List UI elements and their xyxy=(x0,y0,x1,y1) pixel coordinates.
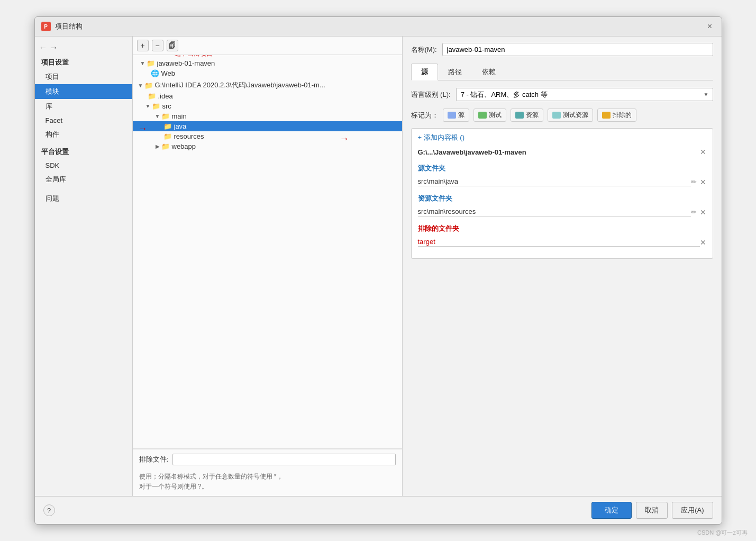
confirm-button[interactable]: 确定 xyxy=(591,502,632,519)
source-folder-heading: 源文件夹 xyxy=(418,164,706,173)
source-folder-icon xyxy=(448,112,456,119)
sidebar-item-library[interactable]: 库 xyxy=(35,99,132,114)
title-bar: P 项目结构 × xyxy=(35,17,722,37)
forward-button[interactable]: → xyxy=(50,43,58,52)
resource-folder-path-row: src\main\resources ✏ ✕ xyxy=(418,206,706,218)
resource-folder-path: src\main\resources xyxy=(418,208,691,217)
module-tree-panel: + − 🗐 ▼ 📁 javaweb-01-maven ↙ 选中当前 xyxy=(133,37,403,496)
name-label: 名称(M): xyxy=(411,45,437,55)
sidebar-item-artifact[interactable]: 构件 xyxy=(35,127,132,142)
tree-item-main[interactable]: ▼ 📁 main xyxy=(133,111,402,121)
sidebar-item-facet[interactable]: Facet xyxy=(35,114,132,127)
app-icon: P xyxy=(41,22,51,31)
resources-arrow: → xyxy=(340,133,349,145)
tree-toggle-src[interactable]: ▼ xyxy=(144,103,152,109)
footer-right: 确定 取消 应用(A) xyxy=(591,502,713,519)
lang-row: 语言级别 (L): 3 - JDK 1.35 - 枚举、自动装箱6 - @Ove… xyxy=(411,88,713,101)
lang-select[interactable]: 3 - JDK 1.35 - 枚举、自动装箱6 - @Override7 - 钻… xyxy=(456,88,713,101)
tabs-row: 源 路径 依赖 xyxy=(411,64,713,80)
module-name-input[interactable] xyxy=(442,43,713,56)
tree-item-src[interactable]: ▼ 📁 src xyxy=(133,101,402,111)
root-close-button[interactable]: ✕ xyxy=(700,148,706,156)
add-content-root-button[interactable]: + 添加内容根 () xyxy=(418,133,706,142)
resource-folder-edit-button[interactable]: ✏ xyxy=(691,208,697,216)
back-button[interactable]: ← xyxy=(39,43,48,52)
project-structure-dialog: P 项目结构 × ← → 项目设置 项目 模块 库 Facet 构件 平台设置 … xyxy=(34,16,722,525)
exclude-input[interactable] xyxy=(172,454,395,465)
mark-as-row: 标记为： 源 测试 资源 测试资源 xyxy=(411,109,713,122)
add-module-button[interactable]: + xyxy=(137,40,149,51)
tree-toggle-webapp[interactable]: ▶ xyxy=(154,143,161,149)
remove-module-button[interactable]: − xyxy=(152,40,163,51)
exclude-section: 排除文件: 使用；分隔名称模式，对于任意数量的符号使用 *， 对于一个符号则使用… xyxy=(133,448,402,496)
sidebar-item-sdk[interactable]: SDK xyxy=(35,159,132,172)
mark-excluded-button[interactable]: 排除的 xyxy=(597,109,636,122)
sidebar-item-modules[interactable]: 模块 xyxy=(35,84,132,99)
excluded-folder-delete-button[interactable]: ✕ xyxy=(700,238,706,247)
tree-root-container: ▼ 📁 javaweb-01-maven ↙ 选中当前项目 🌐 Web xyxy=(133,57,402,79)
java-folder-icon: 📁 xyxy=(163,123,172,130)
lang-select-wrapper: 3 - JDK 1.35 - 枚举、自动装箱6 - @Override7 - 钻… xyxy=(456,88,713,101)
platform-settings-heading: 平台设置 xyxy=(35,142,132,159)
tab-deps[interactable]: 依赖 xyxy=(472,64,506,80)
root-folder-icon: 📁 xyxy=(147,60,155,67)
excluded-folder-path: target xyxy=(418,238,700,247)
resources-folder-icon: 📁 xyxy=(163,133,172,140)
resource-folder-icon xyxy=(515,112,524,119)
source-folder-edit-button[interactable]: ✏ xyxy=(691,178,697,186)
source-folder-path-row: src\main\java ✏ ✕ xyxy=(418,176,706,187)
sidebar-item-global-libs[interactable]: 全局库 xyxy=(35,172,132,187)
source-folder-section: 源文件夹 src\main\java ✏ ✕ xyxy=(418,164,706,187)
footer-left: ? xyxy=(43,504,55,516)
src-folder-icon: 📁 xyxy=(152,103,160,110)
resource-folder-actions: ✏ ✕ xyxy=(691,208,706,217)
watermark: CSDN @可一z可再 xyxy=(697,529,748,537)
tab-paths[interactable]: 路径 xyxy=(438,64,472,80)
root-path-row: G:\...\Javaweb\javaweb-01-maven ✕ xyxy=(418,148,706,156)
module-tree: ▼ 📁 javaweb-01-maven ↙ 选中当前项目 🌐 Web xyxy=(133,55,402,448)
mark-test-button[interactable]: 测试 xyxy=(473,109,506,122)
mark-test-resource-button[interactable]: 测试资源 xyxy=(548,109,593,122)
footer-bar: ? 确定 取消 应用(A) xyxy=(35,496,722,524)
copy-module-button[interactable]: 🗐 xyxy=(167,40,178,51)
tree-item-web[interactable]: 🌐 Web xyxy=(135,68,400,78)
tree-item-root[interactable]: ▼ 📁 javaweb-01-maven xyxy=(135,58,400,68)
annotation-current-project: ↙ 选中当前项目 xyxy=(165,55,213,58)
tree-item-root-path[interactable]: ▼ 📁 G:\IntelliJ IDEA 2020.2.3\代码\Javaweb… xyxy=(133,79,402,91)
tab-sources[interactable]: 源 xyxy=(411,64,438,80)
resource-folder-delete-button[interactable]: ✕ xyxy=(700,208,706,217)
source-folder-actions: ✏ ✕ xyxy=(691,178,706,186)
help-button[interactable]: ? xyxy=(43,504,55,516)
test-resource-folder-icon xyxy=(552,112,561,119)
excluded-folder-actions: ✕ xyxy=(700,238,706,247)
cancel-button[interactable]: 取消 xyxy=(636,502,668,519)
tree-item-resources[interactable]: 📁 resources xyxy=(133,131,402,141)
mark-source-button[interactable]: 源 xyxy=(443,109,469,122)
nav-controls: ← → xyxy=(35,41,132,55)
tree-toggle-root-path[interactable]: ▼ xyxy=(137,83,144,88)
tree-item-idea[interactable]: 📁 .idea xyxy=(133,91,402,101)
resource-folder-section: 资源文件夹 src\main\resources ✏ ✕ xyxy=(418,194,706,218)
sidebar-item-project[interactable]: 项目 xyxy=(35,69,132,84)
source-folder-path: src\main\java xyxy=(418,177,691,186)
tree-toolbar: + − 🗐 xyxy=(133,37,402,55)
source-folder-delete-button[interactable]: ✕ xyxy=(700,178,706,186)
excluded-folder-heading: 排除的文件夹 xyxy=(418,224,706,233)
webapp-folder-icon: 📁 xyxy=(161,143,170,150)
exclude-hint: 使用；分隔名称模式，对于任意数量的符号使用 *， 对于一个符号则使用 ?。 xyxy=(133,470,402,496)
content-roots-area: + 添加内容根 () G:\...\Javaweb\javaweb-01-mav… xyxy=(411,128,713,259)
apply-button[interactable]: 应用(A) xyxy=(672,502,713,519)
java-row-container: 📁 java → xyxy=(133,121,402,131)
main-content: ← → 项目设置 项目 模块 库 Facet 构件 平台设置 SDK 全局库 问… xyxy=(35,37,722,496)
tree-item-webapp[interactable]: ▶ 📁 webapp xyxy=(133,141,402,151)
tree-item-java[interactable]: 📁 java xyxy=(133,121,402,131)
excluded-folder-icon xyxy=(602,112,611,119)
tree-toggle-main[interactable]: ▼ xyxy=(154,113,161,119)
resources-row-container: 📁 resources → xyxy=(133,131,402,141)
lang-label: 语言级别 (L): xyxy=(411,90,451,100)
sidebar-item-issue[interactable]: 问题 xyxy=(35,191,132,206)
tree-toggle-root[interactable]: ▼ xyxy=(139,60,147,66)
close-button[interactable]: × xyxy=(705,21,715,32)
right-panel: 名称(M): 源 路径 依赖 语言级别 (L): 3 - JDK 1.35 - … xyxy=(403,37,722,496)
mark-resource-button[interactable]: 资源 xyxy=(511,109,543,122)
